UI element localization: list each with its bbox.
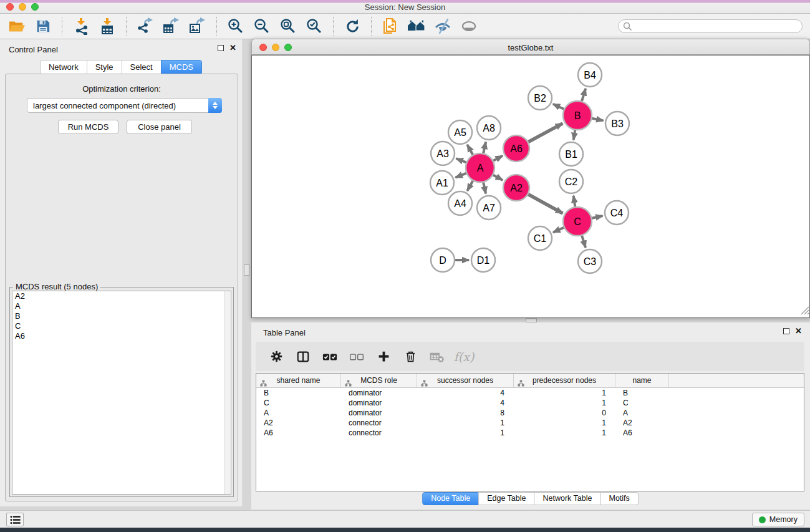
table-row-b[interactable]: Bdominator41B — [256, 388, 804, 398]
delete-column-trash-icon[interactable] — [402, 349, 418, 365]
import-table-icon[interactable] — [98, 17, 117, 36]
show-columns-icon[interactable] — [295, 349, 311, 365]
tab-mcds[interactable]: MCDS — [161, 60, 202, 75]
close-panel-icon[interactable]: ✕ — [229, 45, 236, 51]
zoom-fit-icon[interactable] — [279, 17, 297, 36]
column-header-predecessor-nodes[interactable]: predecessor nodes — [514, 374, 615, 387]
control-panel: Control Panel ✕ NetworkStyleSelectMCDS O… — [0, 39, 243, 506]
column-label: name — [632, 376, 651, 385]
column-header-successor-nodes[interactable]: successor nodes — [417, 374, 514, 387]
table-row-a[interactable]: Adominator80A — [256, 408, 804, 418]
zoom-in-icon[interactable] — [226, 17, 245, 36]
zoom-out-icon[interactable] — [253, 17, 271, 36]
result-item-a2[interactable]: A2 — [12, 291, 231, 301]
cell-shared-name: A2 — [256, 418, 341, 428]
table-body: Bdominator41BCdominator41CAdominator80AA… — [256, 388, 804, 438]
open-file-icon[interactable] — [7, 17, 26, 36]
cell-name: A2 — [615, 418, 669, 428]
export-table-icon[interactable] — [162, 17, 181, 36]
shared-column-icon — [260, 377, 267, 391]
select-all-icon[interactable] — [322, 349, 338, 365]
result-scrollbar[interactable] — [224, 291, 231, 494]
delete-table-icon[interactable] — [429, 349, 445, 365]
result-item-c[interactable]: C — [12, 321, 231, 331]
zoom-selected-icon[interactable] — [305, 17, 324, 36]
task-history-button[interactable] — [6, 513, 24, 526]
tab-network[interactable]: Network — [40, 60, 87, 75]
cell-mcds-role: dominator — [341, 398, 417, 408]
create-column-plus-icon[interactable] — [375, 349, 392, 365]
node-label-A1: A1 — [436, 178, 448, 188]
table-row-a2[interactable]: A2connector11A2 — [256, 418, 804, 428]
cell-name: B — [615, 388, 669, 398]
result-item-a6[interactable]: A6 — [12, 331, 231, 341]
optimization-criterion-select[interactable]: largest connected component (directed) — [27, 98, 222, 113]
cell-predecessor-nodes: 1 — [514, 428, 615, 438]
column-header-name[interactable]: name — [615, 374, 669, 387]
node-label-B2: B2 — [534, 93, 546, 104]
main-toolbar — [0, 14, 810, 39]
cell-successor-nodes: 8 — [417, 408, 514, 418]
toolbar-separator — [62, 17, 62, 36]
memory-button[interactable]: Memory — [752, 513, 804, 526]
table-row-a6[interactable]: A6connector11A6 — [256, 428, 804, 438]
first-neighbors-icon[interactable] — [407, 17, 426, 36]
network-window-titlebar[interactable]: testGlobe.txt — [251, 39, 810, 55]
function-builder-icon[interactable]: f(x) — [456, 349, 472, 365]
desktop-background — [0, 528, 810, 532]
result-item-a[interactable]: A — [12, 301, 231, 311]
network-view-window: testGlobe.txt B4B2B3A5A8B1A3C2A1A4A7C4C1… — [251, 39, 810, 318]
node-label-C4: C4 — [610, 208, 624, 218]
export-image-icon[interactable] — [188, 17, 207, 36]
run-mcds-button[interactable]: Run MCDS — [58, 120, 118, 134]
search-box — [618, 19, 803, 33]
table-tab-node-table[interactable]: Node Table — [422, 492, 479, 505]
table-row-c[interactable]: Cdominator41C — [256, 398, 804, 408]
deselect-all-icon[interactable] — [349, 349, 365, 365]
table-settings-gear-icon[interactable] — [268, 349, 284, 365]
float-panel-icon[interactable] — [783, 328, 789, 334]
save-session-icon[interactable] — [34, 17, 52, 36]
import-network-icon[interactable] — [72, 17, 90, 36]
search-input[interactable] — [634, 21, 802, 32]
network-window-title: testGlobe.txt — [252, 43, 809, 52]
network-graph-svg: B4B2B3A5A8B1A3C2A1A4A7C4C1C3DD1A6A2BAC — [252, 56, 808, 316]
node-label-A6: A6 — [510, 143, 523, 154]
node-label-A5: A5 — [454, 127, 466, 138]
export-network-icon[interactable] — [136, 17, 155, 36]
cell-mcds-role: connector — [341, 428, 417, 438]
cell-shared-name: C — [256, 398, 341, 408]
table-tab-motifs[interactable]: Motifs — [600, 492, 638, 505]
node-label-A7: A7 — [483, 203, 495, 213]
show-all-eye-icon[interactable] — [460, 17, 478, 36]
shared-column-icon — [518, 377, 524, 391]
hide-selected-eye-icon[interactable] — [433, 17, 452, 36]
network-canvas[interactable]: B4B2B3A5A8B1A3C2A1A4A7C4C1C3DD1A6A2BAC — [251, 55, 810, 318]
shared-column-icon — [421, 377, 428, 391]
node-label-B1: B1 — [565, 149, 577, 160]
column-header-shared-name[interactable]: shared name — [256, 374, 341, 387]
column-label: predecessor nodes — [533, 376, 596, 385]
table-tab-edge-table[interactable]: Edge Table — [478, 492, 534, 505]
control-panel-tabs: NetworkStyleSelectMCDS — [0, 60, 243, 75]
mcds-result-group: MCDS result (5 nodes) A2ABCA6 — [9, 287, 234, 497]
vertical-split-grip[interactable] — [244, 264, 249, 276]
result-item-b[interactable]: B — [12, 311, 231, 321]
tab-select[interactable]: Select — [122, 60, 162, 75]
window-resize-grip[interactable] — [801, 306, 809, 317]
close-panel-icon[interactable]: ✕ — [795, 328, 802, 334]
tab-style[interactable]: Style — [87, 60, 122, 75]
refresh-icon[interactable] — [343, 17, 362, 36]
cell-mcds-role: dominator — [341, 408, 417, 418]
node-table: shared nameMCDS rolesuccessor nodesprede… — [256, 373, 804, 491]
column-header-mcds-role[interactable]: MCDS role — [341, 374, 417, 387]
column-label: shared name — [276, 376, 320, 385]
horizontal-split-grip[interactable] — [526, 318, 537, 322]
close-panel-button[interactable]: Close panel — [127, 120, 192, 134]
table-tab-network-table[interactable]: Network Table — [534, 492, 601, 505]
cell-shared-name: B — [256, 388, 341, 398]
cell-successor-nodes: 1 — [417, 418, 514, 428]
float-panel-icon[interactable] — [218, 45, 224, 51]
network-from-file-icon[interactable] — [381, 17, 400, 36]
node-label-B: B — [574, 110, 581, 121]
